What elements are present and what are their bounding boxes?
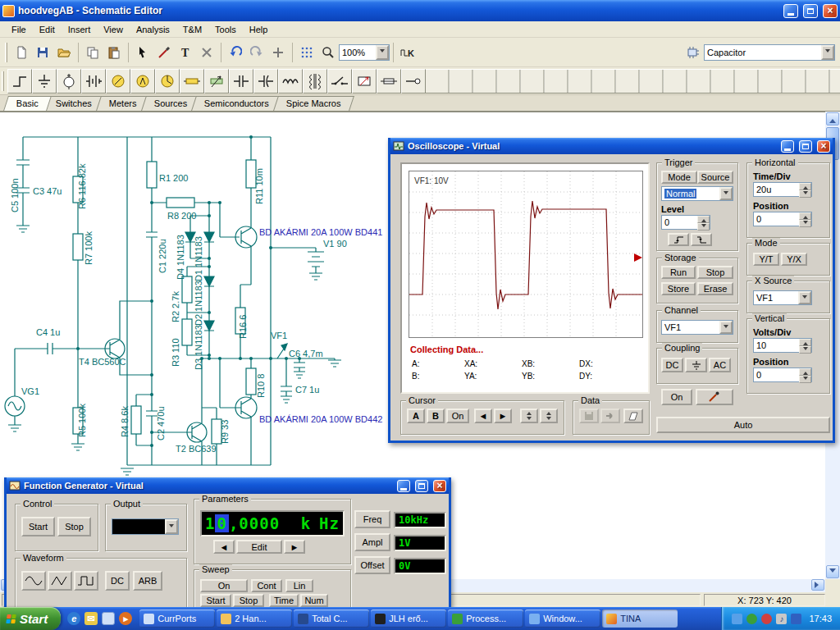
data-save-button[interactable] [579,409,599,423]
triangle-wave-button[interactable] [48,571,72,591]
ampl-button[interactable]: Ampl [354,533,390,551]
mail-icon[interactable]: ✉ [84,612,98,625]
tray-display-icon[interactable] [791,614,801,624]
taskbar-task-totalc[interactable]: Total C... [294,609,369,628]
sweep-start-button[interactable]: Start [200,594,231,607]
cursor-right-button[interactable]: ► [494,409,512,423]
trigger-falling-edge-button[interactable] [691,233,712,246]
x-source-select[interactable]: VF1 [753,290,812,305]
select-tool-button[interactable] [132,42,153,63]
probe-button[interactable] [696,389,733,405]
media-player-icon[interactable]: ▸ [119,612,132,625]
open-button[interactable] [53,42,75,63]
sweep-time-button[interactable]: Time [269,594,299,607]
copy-button[interactable] [82,42,103,63]
trigger-source-button[interactable]: Source [697,171,733,184]
data-view-button[interactable] [623,409,643,423]
new-button[interactable] [11,42,32,63]
sweep-lin-button[interactable]: Lin [285,579,313,592]
menu-tools[interactable]: Tools [208,23,243,36]
cursor-b-button[interactable]: B [427,409,445,423]
channel-select[interactable]: VF1 [661,320,733,335]
add-button[interactable] [267,42,289,63]
grid-toggle-button[interactable] [296,42,317,63]
tray-shield-icon[interactable] [746,614,757,624]
start-button[interactable]: Start [0,607,61,630]
menu-help[interactable]: Help [243,23,275,36]
fngen-close-button[interactable]: × [433,480,446,492]
menu-insert[interactable]: Insert [62,23,98,36]
x-source-arrow[interactable] [798,291,811,304]
terminal-component[interactable] [401,69,426,94]
digit-left-button[interactable]: ◄ [213,540,235,554]
timediv-up-button[interactable] [799,183,811,190]
square-wave-button[interactable] [74,571,98,591]
sweep-cont-button[interactable]: Cont [251,579,282,592]
inductor-component[interactable] [278,69,303,94]
trigger-level-spinner[interactable]: 0 [661,215,710,230]
sweep-num-button[interactable]: Num [300,594,328,607]
output-select-arrow[interactable] [165,519,178,534]
scroll-down-button[interactable] [826,565,839,578]
voltmeter-component[interactable] [130,69,155,94]
vpos-up-button[interactable] [799,368,811,376]
taskbar-task-window[interactable]: Window... [525,609,600,628]
cursor-a-button[interactable]: A [407,409,425,423]
undo-button[interactable] [225,42,246,63]
show-desktop-icon[interactable] [102,612,115,625]
component-list-icon[interactable] [682,42,704,63]
dc-button[interactable]: DC [105,571,130,591]
minimize-button[interactable] [783,4,798,18]
hpos-down-button[interactable] [799,220,811,227]
potentiometer-component[interactable] [204,69,229,94]
mode-yt-button[interactable]: Y/T [753,253,779,266]
oscilloscope-close-button[interactable]: × [817,140,830,153]
ground-component[interactable] [32,69,57,94]
save-button[interactable] [32,42,53,63]
redo-button[interactable] [246,42,267,63]
taskbar-task-process[interactable]: Process... [448,609,523,628]
component-select-arrow[interactable] [821,45,834,60]
hposition-spinner[interactable]: 0 [753,212,812,226]
offset-button[interactable]: Offset [354,556,390,574]
scroll-up-button[interactable] [826,112,839,126]
tray-volume-icon[interactable]: ♪ [776,614,787,624]
wire-component[interactable] [7,69,32,94]
tab-spice-macros[interactable]: Spice Macros [273,96,354,111]
paste-button[interactable] [103,42,125,63]
menu-edit[interactable]: Edit [33,23,62,36]
timediv-spinner[interactable]: 20u [753,182,812,197]
edit-button[interactable]: Edit [236,540,282,554]
arb-button[interactable]: ARB [133,571,162,591]
output-select[interactable] [112,518,179,535]
text-tool-button[interactable]: T [175,42,196,63]
function-generator-titlebar[interactable]: Function Generator - Virtual × [7,477,449,494]
voltsdiv-down-button[interactable] [799,346,811,354]
wire-tool-button[interactable] [153,42,175,63]
menu-tm[interactable]: T&M [176,23,208,36]
restore-button[interactable] [803,4,818,18]
menu-file[interactable]: File [5,23,33,36]
wattmeter-component[interactable] [155,69,180,94]
oscilloscope-maximize-button[interactable] [799,140,812,153]
tab-semiconductors[interactable]: Semiconductors [191,96,282,111]
taskbar-task-jlh[interactable]: JLH erő... [371,609,446,628]
component-select[interactable]: Capacitor [704,44,835,61]
taskbar-task-tina[interactable]: TINA [602,609,678,628]
zoom-dropdown-arrow[interactable] [376,45,389,60]
tab-switches[interactable]: Switches [43,96,105,111]
electrolytic-capacitor-component[interactable] [253,69,278,94]
coupling-ground-button[interactable] [685,358,707,372]
tray-alert-icon[interactable] [761,614,772,624]
voltsdiv-spinner[interactable]: 10 [753,338,812,353]
cursor-on-button[interactable]: On [446,409,469,423]
digit-right-button[interactable]: ► [284,540,305,554]
taskbar-task-currports[interactable]: CurrPorts [139,609,215,628]
coupling-ac-button[interactable]: AC [709,358,731,372]
vposition-spinner[interactable]: 0 [753,368,812,382]
taskbar-task-2han[interactable]: 2 Han... [217,609,292,628]
fuse-component[interactable] [377,69,401,94]
ammeter-component[interactable] [106,69,130,94]
sine-wave-button[interactable] [21,571,46,591]
oscilloscope-titlebar[interactable]: Oscilloscope - Virtual × [390,138,833,154]
